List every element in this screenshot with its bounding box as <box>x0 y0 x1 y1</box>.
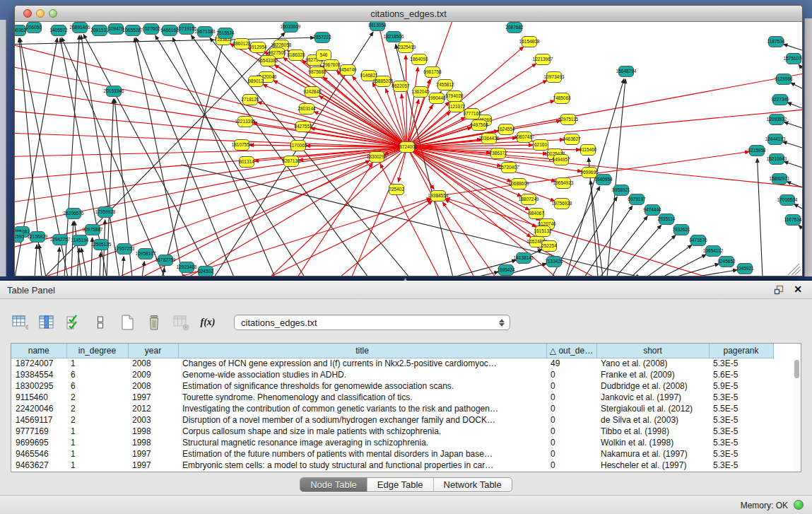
float-window-icon[interactable] <box>774 285 784 295</box>
table-row[interactable]: 1872400712008Changes of HCN gene express… <box>11 358 773 369</box>
table-cell[interactable]: Dudbridge et al. (2008) <box>596 380 709 392</box>
table-cell[interactable]: 1998 <box>128 437 178 448</box>
table-cell[interactable]: Embryonic stem cells: a model to study s… <box>178 460 546 471</box>
table-row[interactable]: 1830029562008Estimation of significance … <box>11 380 773 392</box>
table-scrollbar[interactable] <box>794 358 800 472</box>
table-cell[interactable]: 1 <box>66 437 128 448</box>
table-cell[interactable]: 5.3E-5 <box>709 414 773 426</box>
table-cell[interactable]: Wolkin et al. (1998) <box>596 437 709 448</box>
table-cell[interactable]: 0 <box>546 392 596 403</box>
table-cell[interactable]: 5.3E-5 <box>709 437 773 448</box>
table-cell[interactable]: Corpus callosum shape and size in male p… <box>178 426 546 437</box>
table-cell[interactable]: 2008 <box>128 380 178 392</box>
table-cell[interactable]: 1997 <box>128 448 178 460</box>
table-cell[interactable]: 2 <box>66 403 128 414</box>
table-cell[interactable]: 9465546 <box>11 448 66 460</box>
table-cell[interactable]: 9777169 <box>11 426 66 437</box>
table-cell[interactable]: 0 <box>546 426 596 437</box>
table-cell[interactable]: 0 <box>546 369 596 380</box>
table-cell[interactable]: 6 <box>66 369 128 380</box>
table-cell[interactable]: 2 <box>66 392 128 403</box>
table-row[interactable]: 1938455462009Genome-wide association stu… <box>11 369 773 380</box>
column-header-pagerank[interactable]: pagerank <box>709 344 773 358</box>
network-window-titlebar[interactable]: citations_edges.txt <box>15 6 802 22</box>
table-cell[interactable]: 0 <box>546 448 596 460</box>
table-cell[interactable]: 5.3E-5 <box>709 426 773 437</box>
table-cell[interactable]: 18300295 <box>11 380 66 392</box>
column-header-year[interactable]: year <box>128 344 178 358</box>
delete-column-icon[interactable] <box>145 313 163 332</box>
column-header-in_degree[interactable]: in_degree <box>66 344 128 358</box>
table-cell[interactable]: 1 <box>66 460 128 471</box>
table-cell[interactable]: 14569117 <box>11 414 66 426</box>
table-cell[interactable]: 19384554 <box>11 369 66 380</box>
tab-node-table[interactable]: Node Table <box>300 478 367 491</box>
table-cell[interactable]: 5.5E-5 <box>709 403 773 414</box>
network-canvas[interactable]: 7163822886012889129541822605898275051654… <box>15 22 802 276</box>
table-cell[interactable]: 0 <box>546 414 596 426</box>
table-row[interactable]: 1456911722003Disruption of a novel membe… <box>11 414 773 426</box>
table-cell[interactable]: 9115460 <box>11 392 66 403</box>
table-cell[interactable]: 18724007 <box>11 358 66 369</box>
table-cell[interactable]: Jankovic et al. (1997) <box>596 392 709 403</box>
select-all-icon[interactable] <box>64 313 83 332</box>
memory-status-icon[interactable] <box>794 500 804 510</box>
table-cell[interactable]: 2 <box>66 414 128 426</box>
table-row[interactable]: 969969511998Structural magnetic resonanc… <box>11 437 773 448</box>
table-cell[interactable]: Nakamura et al. (1997) <box>596 448 709 460</box>
table-cell[interactable]: 5.3E-5 <box>709 460 773 471</box>
table-cell[interactable]: 2009 <box>128 369 178 380</box>
table-cell[interactable]: 5.9E-5 <box>709 380 773 392</box>
table-cell[interactable]: Estimation of the future numbers of pati… <box>178 448 546 460</box>
table-row[interactable]: 977716911998Corpus callosum shape and si… <box>11 426 773 437</box>
table-cell[interactable]: 9699695 <box>11 437 66 448</box>
table-cell[interactable]: Genome-wide association studies in ADHD. <box>178 369 546 380</box>
table-settings-icon[interactable]: ⚙ <box>11 313 29 332</box>
table-cell[interactable]: 5.3E-5 <box>709 358 773 369</box>
column-header-name[interactable]: name <box>11 344 66 358</box>
table-cell[interactable]: 1 <box>66 426 128 437</box>
table-cell[interactable]: Tourette syndrome. Phenomenology and cla… <box>178 392 546 403</box>
citation-network-graph[interactable]: 7163822886012889129541822605898275051654… <box>15 22 802 276</box>
table-cell[interactable]: Tibbo et al. (1998) <box>596 426 709 437</box>
table-cell[interactable]: Investigating the contribution of common… <box>178 403 546 414</box>
table-cell[interactable]: Franke et al. (2009) <box>596 369 709 380</box>
column-header-title[interactable]: title <box>178 344 546 358</box>
table-cell[interactable]: 0 <box>546 437 596 448</box>
column-header-out_de[interactable]: △ out_de… <box>546 344 596 358</box>
table-cell[interactable]: de Silva et al. (2003) <box>596 414 709 426</box>
table-cell[interactable]: 1997 <box>128 460 178 471</box>
table-cell[interactable]: 2012 <box>128 403 178 414</box>
table-cell[interactable]: Yano et al. (2008) <box>596 358 709 369</box>
table-cell[interactable]: 9463627 <box>11 460 66 471</box>
table-cell[interactable]: Disruption of a novel member of a sodium… <box>178 414 546 426</box>
table-cell[interactable]: 49 <box>546 358 596 369</box>
scrollbar-thumb[interactable] <box>794 360 799 378</box>
table-row[interactable]: 946362711997Embryonic stem cells: a mode… <box>11 460 773 471</box>
tab-edge-table[interactable]: Edge Table <box>367 478 433 491</box>
table-row[interactable]: 946554611997Estimation of the future num… <box>11 448 773 460</box>
table-row[interactable]: 2242004622012Investigating the contribut… <box>11 403 773 414</box>
table-cell[interactable]: 1 <box>66 358 128 369</box>
table-cell[interactable]: 5.3E-5 <box>709 392 773 403</box>
table-cell[interactable]: Stergiakouli et al. (2012) <box>596 403 709 414</box>
table-cell[interactable]: 5.3E-5 <box>709 448 773 460</box>
table-cell[interactable]: Structural magnetic resonance image aver… <box>178 437 546 448</box>
table-row[interactable]: 911546021997Tourette syndrome. Phenomeno… <box>11 392 773 403</box>
table-cell[interactable]: 2008 <box>128 358 178 369</box>
column-header-short[interactable]: short <box>596 344 709 358</box>
close-icon[interactable]: ✕ <box>794 284 802 295</box>
select-columns-icon[interactable] <box>37 313 56 332</box>
tab-network-table[interactable]: Network Table <box>433 478 512 491</box>
table-cell[interactable]: 22420046 <box>11 403 66 414</box>
table-cell[interactable]: 2003 <box>128 414 178 426</box>
table-cell[interactable]: Estimation of significance thresholds fo… <box>178 380 546 392</box>
table-select-dropdown[interactable]: citations_edges.txt <box>234 315 510 330</box>
table-cell[interactable]: 5.6E-5 <box>709 369 773 380</box>
new-column-icon[interactable] <box>118 313 136 332</box>
table-cell[interactable]: 0 <box>546 403 596 414</box>
table-cell[interactable]: Hescheler et al. (1997) <box>596 460 709 471</box>
row-height-icon[interactable] <box>91 313 110 332</box>
table-cell[interactable]: 1997 <box>128 392 178 403</box>
table-cell[interactable]: 0 <box>546 380 596 392</box>
